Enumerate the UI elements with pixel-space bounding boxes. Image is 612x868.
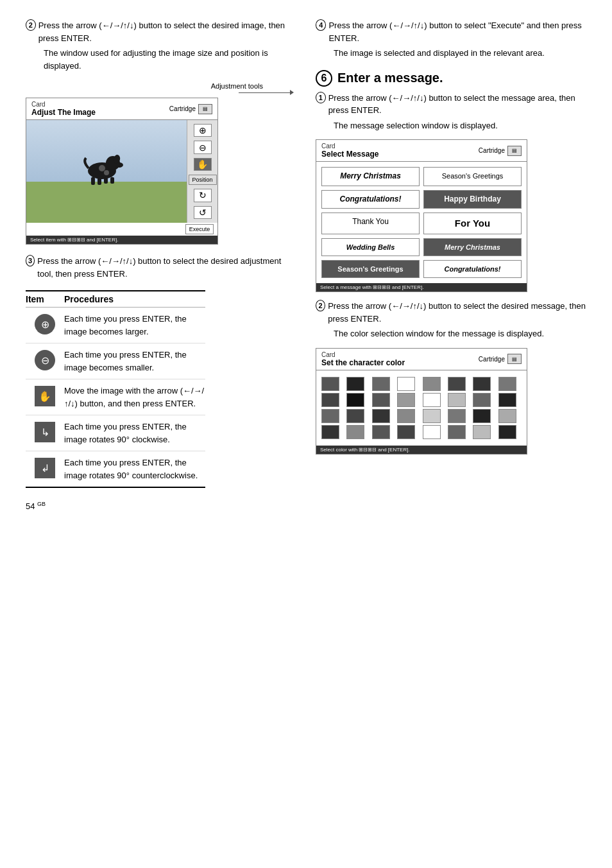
color-swatch: [372, 377, 390, 391]
color-selection-card: Card Set the character color Cartridge ▤: [316, 348, 527, 455]
step-4-circle: 4: [316, 19, 326, 31]
rotate-cw-desc: Each time you press ENTER, the image rot…: [64, 421, 205, 446]
color-swatch: [321, 425, 339, 439]
step-3-circle: 3: [26, 255, 35, 266]
step-2-text: Press the arrow (←/→/↑/↓) button to sele…: [38, 19, 296, 44]
color-swatch: [321, 377, 339, 391]
color-swatch: [346, 393, 364, 407]
step-6-sub1: 1 Press the arrow (←/→/↑/↓) button to se…: [316, 92, 586, 293]
color-cartridge-rect: ▤: [507, 354, 522, 364]
step-6-sub2: 2 Press the arrow (←/→/↑/↓) button to se…: [316, 300, 586, 455]
color-swatch: [473, 425, 491, 439]
step-6-sub2-circle: 2: [316, 300, 325, 311]
color-swatch: [448, 393, 466, 407]
color-swatch: [498, 409, 516, 423]
color-card-header: Card Set the character color Cartridge ▤: [316, 349, 527, 370]
col-procedures: Procedures: [64, 294, 205, 304]
zoom-out-icon: ⊖: [194, 141, 212, 153]
nav-icons: ⊞⊟⊞⊟: [67, 237, 85, 243]
color-cartridge-box: Cartridge ▤: [479, 354, 522, 364]
msg-card-title-main: Select Message: [321, 150, 378, 159]
adj-label-text: Adjustment tools: [211, 82, 263, 90]
step-2-circle: 2: [26, 19, 36, 31]
color-swatch: [498, 393, 516, 407]
adj-label-container: Adjustment tools: [26, 82, 296, 95]
msg-merry-christmas: Merry Christmas: [321, 167, 420, 186]
table-row: ↳ Each time you press ENTER, the image r…: [26, 415, 205, 451]
color-select-bar: Select color with ⊞⊟⊞⊟ and [ENTER].: [316, 446, 527, 454]
color-grid: [316, 370, 527, 446]
rotate-cw-cell: ↳: [26, 421, 64, 442]
position-box: Position: [189, 175, 217, 185]
step-6-sub2-detail: The color selection window for the messa…: [334, 327, 586, 340]
zoom-in-desc: Each time you press ENTER, the image bec…: [64, 313, 205, 338]
table-header: Item Procedures: [26, 291, 205, 308]
msg-cartridge-rect: ▤: [507, 146, 522, 156]
step-6-sub2-text: Press the arrow (←/→/↑/↓) button to sele…: [328, 300, 586, 325]
msg-seasons-greetings: Season's Greetings: [423, 167, 522, 186]
msg-cartridge-label: Cartridge: [479, 147, 505, 154]
step-3-block: 3 Press the arrow (←/→/↑/↓) button to se…: [26, 255, 296, 280]
card-title-main: Adjust The Image: [31, 108, 96, 117]
step-4-text: Press the arrow (←/→/↑/↓) button to sele…: [328, 19, 586, 44]
step-2-block: 2 Press the arrow (←/→/↑/↓) button to se…: [26, 19, 296, 72]
color-swatch: [372, 409, 390, 423]
msg-select-bar: Select a message with ⊞⊟⊞⊟ and [ENTER].: [316, 283, 527, 291]
color-swatch: [423, 393, 441, 407]
table-row: ✋ Move the image with the arrow (←/→/↑/↓…: [26, 379, 205, 415]
zoom-out-cell: ⊖: [26, 349, 64, 370]
cartridge-label: Cartridge: [169, 105, 196, 112]
color-swatch: [372, 393, 390, 407]
msg-card-title-small: Card: [321, 143, 378, 150]
dog-silhouette: [80, 150, 124, 186]
color-swatch: [448, 409, 466, 423]
adj-tools-panel: ⊕ ⊖ ✋ Position ↻ ↺: [187, 120, 217, 223]
zoom-out-icon-table: ⊖: [35, 350, 55, 370]
color-swatch: [423, 425, 441, 439]
zoom-out-desc: Each time you press ENTER, the image bec…: [64, 349, 205, 374]
move-cell: ✋: [26, 385, 64, 406]
color-swatch: [321, 393, 339, 407]
rotate-cw-icon-table: ↳: [35, 422, 55, 442]
color-swatch: [423, 409, 441, 423]
color-swatch: [448, 425, 466, 439]
msg-congratulations: Congratulations!: [321, 190, 420, 209]
rotate-ccw-cell: ↲: [26, 456, 64, 478]
color-swatch: [346, 409, 364, 423]
zoom-in-cell: ⊕: [26, 313, 64, 334]
step-2-detail: The window used for adjusting the image …: [44, 47, 296, 72]
step-6-title: Enter a message.: [337, 71, 443, 85]
msg-nav-icons: ⊞⊟⊞⊟: [373, 284, 391, 290]
svg-point-9: [104, 170, 109, 175]
card-title-small: Card: [31, 101, 96, 108]
step-6-sub1-detail: The message selection window is displaye…: [334, 119, 586, 132]
svg-point-3: [115, 162, 123, 168]
svg-point-8: [99, 165, 105, 171]
message-card-header: Card Select Message Cartridge ▤: [316, 140, 527, 162]
color-card-title-small: Card: [321, 351, 405, 358]
color-swatch: [498, 425, 516, 439]
color-swatch: [346, 425, 364, 439]
msg-merry-christmas-2: Merry Christmas: [423, 238, 522, 256]
msg-thank-you: Thank You: [321, 213, 420, 234]
step-6-sub1-circle: 1: [316, 92, 326, 103]
color-swatch: [498, 377, 516, 391]
execute-button: Execute: [185, 224, 214, 234]
move-icon: ✋: [194, 158, 212, 171]
step-4-detail: The image is selected and displayed in t…: [334, 47, 586, 60]
color-swatch: [448, 377, 466, 391]
step-6-sub1-text: Press the arrow (←/→/↑/↓) button to sele…: [328, 92, 586, 117]
svg-rect-4: [91, 177, 95, 185]
rotate-cw-icon: ↻: [194, 189, 212, 202]
message-grid: Merry Christmas Season's Greetings Congr…: [316, 162, 527, 283]
move-desc: Move the image with the arrow (←/→/↑/↓) …: [64, 385, 205, 410]
svg-rect-6: [104, 177, 108, 184]
select-message-card: Card Select Message Cartridge ▤ Merry Ch…: [316, 139, 527, 292]
color-swatch: [397, 425, 415, 439]
color-swatch: [473, 377, 491, 391]
adj-content: ⊕ ⊖ ✋ Position ↻ ↺: [26, 120, 217, 223]
cartridge-rect: ▤: [198, 104, 212, 114]
step-6-heading: 6 Enter a message.: [316, 70, 586, 87]
table-row: ↲ Each time you press ENTER, the image r…: [26, 451, 205, 487]
image-area: [26, 120, 187, 223]
